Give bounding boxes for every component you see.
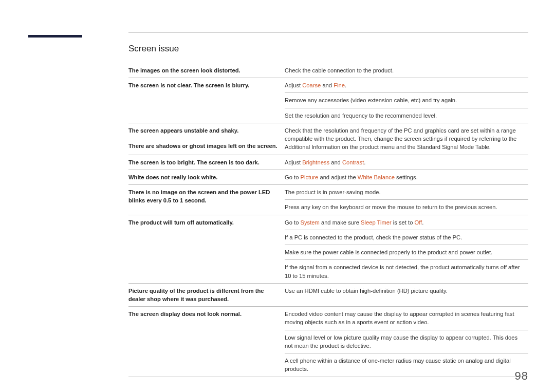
solution-cell: Go to Picture and adjust the White Balan… xyxy=(285,170,528,184)
issue-cell: The screen is not clear. The screen is b… xyxy=(128,78,285,123)
section-title: Screen issue xyxy=(128,44,528,54)
table-row: The screen display does not look normal.… xyxy=(128,307,528,330)
table-row: White does not really look white. Go to … xyxy=(128,170,528,184)
issue-cell: There is no image on the screen and the … xyxy=(128,185,285,215)
solution-cell: The product is in power-saving mode. xyxy=(285,185,528,200)
header-accent-bar xyxy=(28,35,82,38)
highlight-fine: Fine xyxy=(334,82,345,88)
table-row: The product will turn off automatically.… xyxy=(128,215,528,230)
issue-cell: White does not really look white. xyxy=(128,170,285,184)
solution-cell: Make sure the power cable is connected p… xyxy=(285,245,528,260)
table-row: There is no image on the screen and the … xyxy=(128,185,528,200)
text: settings. xyxy=(395,174,418,180)
table-row: The images on the screen look distorted.… xyxy=(128,63,528,78)
solution-cell: Low signal level or low picture quality … xyxy=(285,330,528,353)
page-number: 98 xyxy=(515,369,528,383)
issue-cell: Picture quality of the product is differ… xyxy=(128,283,285,306)
text: is set to xyxy=(392,219,415,226)
solution-cell: Adjust Brightness and Contrast. xyxy=(285,155,528,170)
text: Adjust xyxy=(285,82,302,88)
text: and adjust the xyxy=(318,174,358,180)
highlight-system: System xyxy=(300,219,319,226)
top-divider xyxy=(128,32,528,32)
solution-cell: Check the cable connection to the produc… xyxy=(285,63,528,78)
text: Adjust xyxy=(285,159,302,165)
solution-cell: If the signal from a connected device is… xyxy=(285,260,528,283)
issue-cell: The screen display does not look normal. xyxy=(128,307,285,377)
text: and make sure xyxy=(320,219,361,226)
solution-cell: Check that the resolution and frequency … xyxy=(285,123,528,155)
text: Go to xyxy=(285,174,300,180)
table-row: The screen is too bright. The screen is … xyxy=(128,155,528,170)
troubleshooting-table: The images on the screen look distorted.… xyxy=(128,63,528,377)
issue-cell: The product will turn off automatically. xyxy=(128,215,285,283)
solution-cell: A cell phone within a distance of one-me… xyxy=(285,353,528,377)
highlight-sleep-timer: Sleep Timer xyxy=(361,219,392,226)
page-content: Screen issue The images on the screen lo… xyxy=(128,32,528,377)
text: and xyxy=(321,82,334,88)
highlight-contrast: Contrast xyxy=(342,159,364,165)
text: and xyxy=(329,159,342,165)
table-row: Picture quality of the product is differ… xyxy=(128,283,528,306)
solution-cell: If a PC is connected to the product, che… xyxy=(285,230,528,245)
text: Go to xyxy=(285,219,300,226)
table-row: The screen appears unstable and shaky. C… xyxy=(128,123,528,139)
issue-cell: The screen is too bright. The screen is … xyxy=(128,155,285,170)
text: . xyxy=(364,159,365,165)
issue-cell: There are shadows or ghost images left o… xyxy=(128,139,285,155)
solution-cell: Use an HDMI cable to obtain high-definit… xyxy=(285,283,528,306)
highlight-brightness: Brightness xyxy=(302,159,329,165)
text: . xyxy=(422,219,423,226)
highlight-white-balance: White Balance xyxy=(358,174,395,180)
solution-cell: Press any key on the keyboard or move th… xyxy=(285,200,528,215)
table-row: The screen is not clear. The screen is b… xyxy=(128,78,528,93)
highlight-picture: Picture xyxy=(300,174,318,180)
solution-cell: Remove any accessories (video extension … xyxy=(285,93,528,108)
highlight-off: Off xyxy=(415,219,422,226)
solution-cell: Set the resolution and frequency to the … xyxy=(285,108,528,123)
solution-cell: Go to System and make sure Sleep Timer i… xyxy=(285,215,528,230)
highlight-coarse: Coarse xyxy=(302,82,321,88)
solution-cell: Adjust Coarse and Fine. xyxy=(285,78,528,93)
solution-cell: Encoded video content may cause the disp… xyxy=(285,307,528,330)
text: . xyxy=(345,82,346,88)
issue-cell: The screen appears unstable and shaky. xyxy=(128,123,285,139)
issue-cell: The images on the screen look distorted. xyxy=(128,63,285,78)
